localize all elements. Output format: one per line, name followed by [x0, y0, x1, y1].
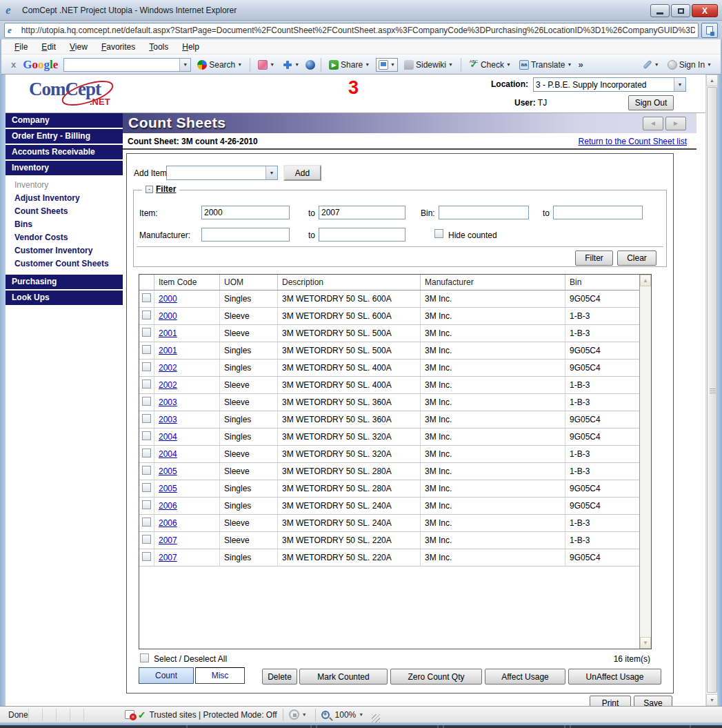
sidebar-section-purchasing[interactable]: Purchasing — [6, 275, 123, 289]
item-code-link[interactable]: 2006 — [159, 518, 177, 528]
search-dropdown-icon[interactable]: ▼ — [179, 59, 190, 71]
item-code-link[interactable]: 2005 — [159, 466, 177, 476]
item-code-link[interactable]: 2005 — [159, 484, 177, 493]
item-code-link[interactable]: 2003 — [159, 397, 177, 407]
item-code-link[interactable]: 2001 — [159, 346, 177, 355]
close-button[interactable]: X — [692, 4, 718, 17]
row-checkbox[interactable] — [142, 431, 151, 440]
sidebar-item-count-sheets[interactable]: Count Sheets — [6, 205, 123, 218]
save-button[interactable]: Save — [634, 696, 672, 706]
row-checkbox[interactable] — [142, 397, 151, 406]
column-header-item-code[interactable]: Item Code — [154, 275, 220, 290]
manufacturer-to-input[interactable] — [319, 228, 405, 242]
url-field[interactable]: e http://utopia.hq.comcept.net/default.a… — [4, 23, 699, 38]
column-header-bin[interactable]: Bin — [565, 275, 641, 290]
location-select[interactable]: 3 - P.B.E. Supply Incorporated ▼ — [533, 77, 686, 92]
sidebar-section-order-entry-billing[interactable]: Order Entry - Billing — [6, 129, 123, 144]
row-checkbox[interactable] — [142, 362, 151, 371]
sidebar-item-adjust-inventory[interactable]: Adjust Inventory — [6, 192, 123, 205]
delete-button[interactable]: Delete — [262, 669, 297, 685]
toolbar-signin-button[interactable]: Sign In ▼ — [665, 59, 714, 70]
item-code-link[interactable]: 2002 — [159, 380, 177, 390]
item-to-input[interactable] — [319, 206, 405, 219]
table-scrollbar[interactable]: ▲ ▼ — [639, 275, 651, 649]
filter-button[interactable]: Filter — [575, 250, 613, 266]
row-checkbox[interactable] — [142, 449, 151, 458]
row-checkbox[interactable] — [142, 328, 151, 337]
sidebar-section-inventory[interactable]: Inventory — [6, 161, 123, 175]
zoom-icon[interactable] — [321, 711, 330, 719]
toolbar-capture-button[interactable]: ▼ — [376, 58, 398, 72]
scroll-down-icon[interactable]: ▼ — [706, 694, 718, 706]
item-from-input[interactable] — [201, 206, 290, 219]
collapse-icon[interactable]: - — [146, 186, 153, 193]
toolbar-close-icon[interactable]: x — [8, 59, 19, 70]
table-scroll-down-icon[interactable]: ▼ — [640, 637, 651, 649]
row-checkbox[interactable] — [142, 311, 151, 319]
minimize-button[interactable] — [650, 4, 670, 17]
select-all-checkbox[interactable] — [140, 653, 149, 662]
scroll-up-icon[interactable]: ▲ — [706, 75, 718, 86]
item-code-link[interactable]: 2004 — [159, 449, 177, 459]
prev-button[interactable]: ◄ — [643, 117, 663, 130]
browser-scrollbar[interactable]: ▲ ▼ — [705, 75, 717, 706]
sidebar-section-company[interactable]: Company — [6, 113, 123, 128]
item-code-link[interactable]: 2000 — [159, 294, 177, 304]
item-code-link[interactable]: 2006 — [159, 501, 177, 511]
menu-favorites[interactable]: Favorites — [95, 41, 141, 53]
item-code-link[interactable]: 2007 — [159, 553, 177, 562]
next-button[interactable]: ► — [665, 117, 686, 130]
toolbar-search-button[interactable]: Search ▼ — [195, 59, 244, 70]
sidebar-item-customer-count-sheets[interactable]: Customer Count Sheets — [6, 257, 123, 270]
bin-to-input[interactable] — [553, 206, 643, 219]
sidebar-section-accounts-receivable[interactable]: Accounts Receivable — [6, 145, 123, 159]
unaffect-usage-button[interactable]: UnAffect Usage — [568, 669, 661, 685]
row-checkbox[interactable] — [142, 535, 151, 544]
toolbar-share-button[interactable]: ▶ Share ▼ — [327, 59, 372, 70]
toolbar-translate-button[interactable]: aa Translate ▼ — [517, 59, 574, 70]
sign-out-button[interactable]: Sign Out — [628, 95, 674, 110]
toolbar-search-box[interactable]: ▼ — [63, 58, 191, 72]
row-checkbox[interactable] — [142, 466, 151, 475]
column-header-manufacturer[interactable]: Manufacturer — [421, 275, 565, 290]
item-code-link[interactable]: 2007 — [159, 535, 177, 545]
print-button[interactable]: Print — [590, 696, 631, 706]
table-scroll-up-icon[interactable]: ▲ — [640, 275, 651, 286]
add-button[interactable]: Add — [283, 165, 321, 181]
menu-view[interactable]: View — [63, 41, 94, 53]
scrollbar-thumb[interactable] — [707, 87, 717, 693]
clear-button[interactable]: Clear — [617, 250, 656, 266]
zero-count-qty-button[interactable]: Zero Count Qty — [390, 669, 482, 685]
compatibility-icon[interactable] — [289, 709, 299, 720]
column-header-description[interactable]: Description — [278, 275, 421, 290]
zoom-level[interactable]: 100% — [335, 710, 357, 720]
sidebar-section-look-ups[interactable]: Look Ups — [6, 291, 123, 305]
sidebar-item-bins[interactable]: Bins — [6, 218, 123, 231]
mark-counted-button[interactable]: Mark Counted — [299, 669, 388, 685]
row-checkbox[interactable] — [142, 500, 151, 509]
toolbar-sidewiki-button[interactable]: Sidewiki ▼ — [402, 59, 455, 70]
menu-tools[interactable]: Tools — [143, 41, 174, 53]
row-checkbox[interactable] — [142, 552, 151, 561]
menu-file[interactable]: File — [8, 41, 34, 53]
affect-usage-button[interactable]: Affect Usage — [485, 669, 565, 685]
row-checkbox[interactable] — [142, 518, 151, 527]
toolbar-overflow-button[interactable]: » — [578, 59, 583, 70]
bin-from-input[interactable] — [439, 206, 529, 219]
item-code-link[interactable]: 2002 — [159, 363, 177, 373]
item-code-link[interactable]: 2000 — [159, 311, 177, 321]
earth-icon[interactable] — [305, 60, 315, 70]
toolbar-add-button[interactable]: ▼ — [281, 59, 301, 70]
caret-icon[interactable]: ▼ — [359, 712, 363, 717]
filter-legend-label[interactable]: Filter — [156, 184, 176, 194]
row-checkbox[interactable] — [142, 293, 151, 302]
row-checkbox[interactable] — [142, 483, 151, 492]
caret-icon[interactable]: ▼ — [302, 712, 307, 717]
hide-counted-checkbox[interactable] — [434, 229, 443, 238]
toolbar-search-input[interactable] — [64, 59, 179, 71]
manufacturer-from-input[interactable] — [201, 228, 290, 242]
column-header-uom[interactable]: UOM — [220, 275, 278, 290]
menu-help[interactable]: Help — [176, 41, 205, 53]
toolbar-photos-button[interactable]: ▼ — [256, 59, 277, 70]
item-code-link[interactable]: 2001 — [159, 328, 177, 338]
